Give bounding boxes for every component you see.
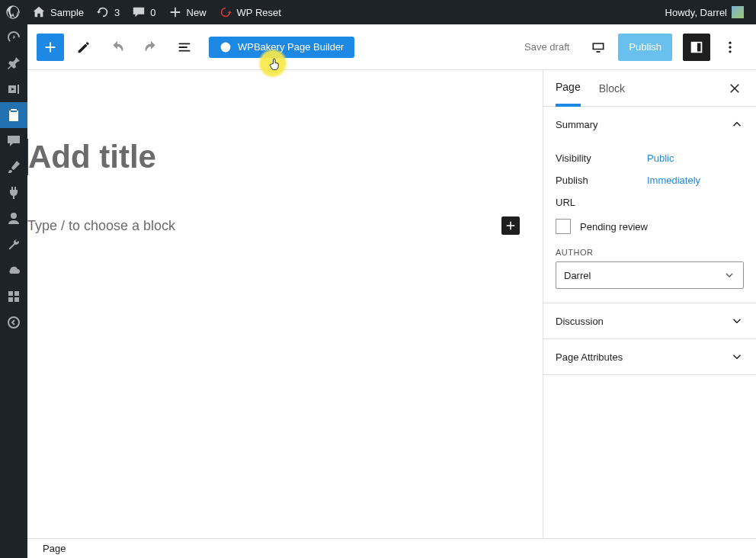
- svg-point-4: [729, 50, 731, 53]
- comments-menu[interactable]: 0: [126, 0, 162, 24]
- user-icon: [6, 211, 21, 226]
- author-select[interactable]: Darrel: [556, 261, 744, 289]
- pending-review-row: Pending review: [556, 219, 744, 234]
- list-icon: [176, 39, 193, 56]
- site-name: Sample: [50, 7, 84, 18]
- comment-icon: [132, 5, 146, 19]
- sidebar-pages[interactable]: [0, 102, 27, 128]
- greeting: Howdy, Darrel: [665, 7, 727, 18]
- chevron-up-icon: [730, 117, 744, 131]
- sidebar-appearance[interactable]: [0, 154, 27, 180]
- plus-icon: [168, 5, 182, 19]
- tab-page[interactable]: Page: [556, 70, 581, 107]
- svg-point-2: [729, 41, 731, 43]
- preview-button[interactable]: [585, 34, 612, 61]
- home-icon: [32, 5, 46, 19]
- publish-label: Publish: [556, 175, 647, 186]
- publish-button[interactable]: Publish: [618, 34, 672, 61]
- inline-add-block-button[interactable]: [501, 216, 520, 235]
- summary-title: Summary: [556, 119, 598, 130]
- grid-icon: [6, 289, 21, 304]
- plus-icon: [42, 39, 59, 56]
- avatar: [732, 6, 744, 18]
- undo-button[interactable]: [104, 34, 131, 61]
- redo-icon: [143, 39, 159, 56]
- admin-bar: Sample 3 0 New WP Reset Howdy, Darrel: [0, 0, 756, 24]
- sidebar-wpbakery[interactable]: [0, 284, 27, 309]
- pending-review-label: Pending review: [580, 221, 648, 232]
- svg-point-1: [221, 42, 231, 52]
- wp-reset-label: WP Reset: [237, 7, 281, 18]
- desktop-icon: [591, 40, 606, 55]
- sidebar-media[interactable]: [0, 76, 27, 102]
- default-block-appender[interactable]: Type / to choose a block: [27, 216, 520, 235]
- updates-count: 3: [114, 7, 120, 18]
- sidebar-users[interactable]: [0, 206, 27, 232]
- chevron-down-icon: [730, 350, 744, 364]
- block-editor: WPBakery Page Builder Save draft Publish…: [27, 24, 756, 558]
- visibility-row: Visibility Public: [556, 152, 744, 164]
- chevron-down-icon: [730, 314, 744, 328]
- block-placeholder-text: Type / to choose a block: [27, 218, 175, 234]
- new-label: New: [187, 7, 207, 18]
- plus-icon: [504, 219, 517, 232]
- site-name-menu[interactable]: Sample: [26, 0, 90, 24]
- post-title-input[interactable]: Add title: [27, 139, 520, 175]
- pending-review-checkbox[interactable]: [556, 219, 571, 234]
- comments-count: 0: [150, 7, 155, 18]
- editor-canvas[interactable]: Add title Type / to choose a block: [27, 70, 543, 538]
- add-block-button[interactable]: [37, 34, 64, 61]
- breadcrumb[interactable]: Page: [43, 543, 66, 554]
- redo-button[interactable]: [137, 34, 165, 61]
- sidebar-collapse[interactable]: [0, 309, 27, 335]
- discussion-toggle[interactable]: Discussion: [543, 303, 756, 338]
- brush-icon: [6, 159, 21, 175]
- close-settings-button[interactable]: [726, 79, 744, 98]
- updates-menu[interactable]: 3: [90, 0, 126, 24]
- wpbakery-button[interactable]: WPBakery Page Builder: [209, 37, 354, 58]
- visibility-value[interactable]: Public: [647, 152, 674, 164]
- publish-value[interactable]: Immediately: [647, 175, 700, 186]
- tab-block[interactable]: Block: [599, 70, 625, 107]
- sidebar-settings[interactable]: [0, 258, 27, 284]
- user-menu[interactable]: Howdy, Darrel: [659, 0, 750, 24]
- section-discussion: Discussion: [543, 303, 756, 339]
- wp-logo-menu[interactable]: [0, 0, 26, 24]
- publish-row: Publish Immediately: [556, 175, 744, 186]
- sidebar-dashboard[interactable]: [0, 24, 27, 50]
- save-draft-button[interactable]: Save draft: [515, 41, 578, 53]
- sidebar-posts[interactable]: [0, 50, 27, 76]
- admin-sidebar: [0, 24, 27, 558]
- sidebar-comments[interactable]: [0, 128, 27, 154]
- plugin-icon: [6, 185, 21, 200]
- tools-pencil-button[interactable]: [70, 34, 98, 61]
- settings-panel: Page Block Summary Visibility Public: [543, 70, 756, 538]
- dashboard-icon: [6, 30, 21, 45]
- document-overview-button[interactable]: [171, 34, 198, 61]
- page-attributes-toggle[interactable]: Page Attributes: [543, 339, 756, 374]
- wrench-icon: [6, 237, 21, 252]
- svg-point-3: [729, 46, 731, 48]
- wp-reset-menu[interactable]: WP Reset: [213, 0, 287, 24]
- close-icon: [728, 82, 742, 95]
- editor-toolbar: WPBakery Page Builder Save draft Publish: [27, 24, 756, 70]
- wpbakery-icon: [219, 41, 232, 53]
- undo-icon: [109, 39, 126, 56]
- settings-toggle-button[interactable]: [683, 34, 710, 61]
- summary-toggle[interactable]: Summary: [543, 107, 756, 142]
- more-options-button[interactable]: [716, 34, 744, 61]
- pages-icon: [6, 107, 21, 123]
- sidebar-toggle-icon: [688, 39, 705, 56]
- more-vertical-icon: [722, 40, 738, 55]
- url-row: URL: [556, 197, 744, 208]
- sidebar-plugins[interactable]: [0, 180, 27, 206]
- sidebar-tools[interactable]: [0, 232, 27, 258]
- new-content-menu[interactable]: New: [162, 0, 213, 24]
- section-summary: Summary Visibility Public Publish Immedi…: [543, 107, 756, 303]
- section-page-attributes: Page Attributes: [543, 339, 756, 375]
- title-placeholder: Add title: [28, 139, 156, 175]
- discussion-title: Discussion: [556, 316, 604, 327]
- visibility-label: Visibility: [556, 152, 647, 164]
- pencil-icon: [75, 39, 92, 56]
- updates-icon: [96, 5, 110, 19]
